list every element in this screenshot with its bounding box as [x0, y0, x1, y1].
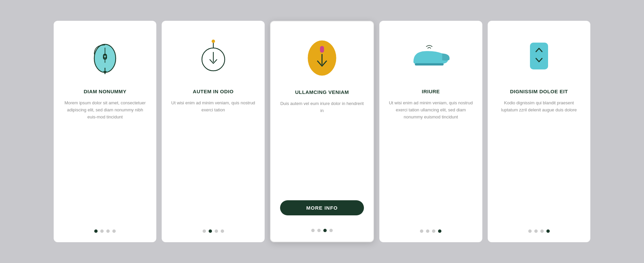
dot	[100, 229, 104, 233]
elevator-icon-area	[517, 34, 561, 78]
card-5-title: DIGNISSIM DOLOE EIT	[510, 89, 568, 94]
svg-rect-17	[530, 43, 548, 69]
card-5-dots	[528, 223, 550, 233]
dot	[426, 229, 429, 233]
dot	[438, 229, 441, 233]
dot	[203, 229, 206, 233]
card-dignissim-doloe-eit: DIGNISSIM DOLOE EIT Kodio dignissim qui …	[488, 21, 590, 242]
dot	[329, 229, 333, 232]
card-iriure: IRIURE Ut wisi enim ad minim veniam, qui…	[379, 21, 482, 242]
dot	[209, 229, 212, 233]
card-3-title: ULLAMCING VENIAM	[295, 89, 349, 95]
dot	[420, 229, 423, 233]
card-4-dots	[420, 223, 441, 233]
dot	[311, 229, 315, 232]
card-5-text: Kodio dignissim qui blandit praesent lup…	[497, 100, 581, 223]
cards-container: DIAM NONUMMY Morem ipsum dolor sit amet,…	[54, 21, 590, 242]
svg-rect-14	[320, 46, 324, 53]
dot	[540, 229, 544, 233]
dot	[323, 229, 327, 232]
card-4-title: IRIURE	[422, 89, 440, 94]
card-2-dots	[203, 223, 224, 233]
svg-point-10	[212, 40, 215, 43]
card-ullamcing-veniam: ULLAMCING VENIAM Duis autem vel eum iriu…	[270, 21, 374, 242]
dot	[546, 229, 550, 233]
oval-download-icon-area	[300, 35, 344, 78]
dot	[112, 229, 116, 233]
circle-down-icon-area	[192, 34, 235, 78]
dot	[534, 229, 538, 233]
dot	[106, 229, 110, 233]
mouse-icon-area	[83, 34, 127, 78]
svg-rect-16	[415, 63, 444, 65]
dot	[317, 229, 321, 232]
card-1-dots	[94, 223, 116, 233]
dot	[528, 229, 532, 233]
card-4-text: Ut wisi enim ad minim veniam, quis nostr…	[389, 100, 473, 223]
card-1-text: Morem ipsum dolor sit amet, consectetuer…	[63, 100, 147, 223]
card-diam-nonummy: DIAM NONUMMY Morem ipsum dolor sit amet,…	[54, 21, 156, 242]
card-3-dots	[311, 222, 333, 232]
dot	[221, 229, 224, 233]
card-1-title: DIAM NONUMMY	[84, 89, 126, 94]
card-2-title: AUTEM IN ODIO	[193, 89, 234, 94]
dot	[215, 229, 218, 233]
card-autem-in-odio: AUTEM IN ODIO Ut wisi enim ad minim veni…	[162, 21, 264, 242]
shoe-icon-area	[409, 34, 452, 78]
card-2-text: Ut wisi enim ad minim veniam, quis nostr…	[171, 100, 255, 223]
dot	[94, 229, 98, 233]
dot	[432, 229, 435, 233]
card-3-text: Duis autem vel eum iriure dolor in hendr…	[280, 100, 364, 194]
more-info-button[interactable]: MORE INFO	[280, 200, 364, 215]
